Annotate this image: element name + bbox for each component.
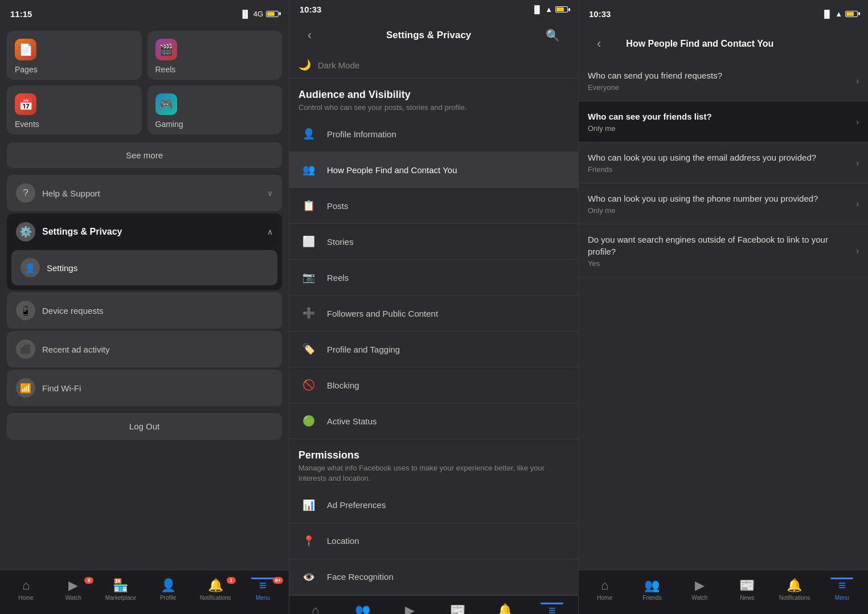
- events-label: Events: [15, 120, 39, 129]
- followers-icon: ➕: [298, 303, 319, 324]
- list-item-phone-lookup[interactable]: Who can look you up using the phone numb…: [579, 183, 868, 224]
- bottom-nav-1: ⌂ Home 9 ▶ Watch 🏪 Marketplace 👤 Profile…: [0, 570, 289, 614]
- grid-item-reels[interactable]: 🎬 Reels: [148, 31, 282, 80]
- notifications-label-1: Notifications: [200, 595, 231, 601]
- menu-item-stories[interactable]: ⬜ Stories: [289, 224, 578, 260]
- person-icon: 👤: [21, 258, 40, 277]
- reels-label: Reels: [155, 65, 176, 74]
- list-item-friend-requests[interactable]: Who can send you friend requests? Everyo…: [579, 60, 868, 101]
- back-button-3[interactable]: ‹: [588, 31, 610, 56]
- notifications-icon-2: 🔔: [497, 603, 513, 614]
- audience-title: Audience and Visibility: [298, 89, 569, 101]
- profile-info-label: Profile Information: [327, 129, 569, 139]
- search-button-2[interactable]: 🔍: [537, 23, 569, 47]
- list-item-friends-list[interactable]: Who can see your friends list? Only me ›: [579, 101, 868, 142]
- see-more-button[interactable]: See more: [7, 142, 282, 168]
- status-icons-3: ▐▌ ▲: [822, 10, 858, 18]
- settings-item[interactable]: 👤 Settings: [11, 250, 277, 285]
- nav-marketplace-1[interactable]: 🏪 Marketplace: [97, 578, 144, 601]
- nav-news-3[interactable]: 📰 News: [723, 578, 771, 601]
- list-item-search-engines[interactable]: Do you want search engines outside of Fa…: [579, 224, 868, 277]
- menu-label-1: Menu: [256, 595, 270, 601]
- nav-home-2[interactable]: ⌂ Home: [292, 603, 339, 614]
- nav-home-1[interactable]: ⌂ Home: [2, 578, 50, 601]
- menu-label-3: Menu: [835, 595, 849, 601]
- dark-mode-item[interactable]: 🌙 Dark Mode: [289, 52, 578, 79]
- nav-watch-2[interactable]: ▶ Watch: [386, 603, 433, 614]
- nav-friends-2[interactable]: 👥 Friends: [339, 603, 386, 614]
- menu-item-profile-tagging[interactable]: 🏷️ Profile and Tagging: [289, 331, 578, 367]
- nav-notifications-3[interactable]: 🔔 Notifications: [771, 578, 818, 601]
- menu-item-location[interactable]: 📍 Location: [289, 523, 578, 559]
- settings-label: Settings: [47, 263, 77, 273]
- menu-item-active-status[interactable]: 🟢 Active Status: [289, 403, 578, 439]
- nav-menu-3[interactable]: ≡ Menu: [818, 578, 866, 601]
- menu-item-ad-prefs[interactable]: 📊 Ad Preferences: [289, 488, 578, 523]
- notifications-label-3: Notifications: [779, 595, 810, 601]
- nav-watch-3[interactable]: ▶ Watch: [676, 578, 723, 601]
- settings-chevron-icon: ∧: [267, 227, 273, 236]
- friend-requests-chevron: ›: [856, 76, 859, 85]
- help-support-item[interactable]: ? Help & Support ∨: [7, 175, 282, 211]
- battery-icon-2: [555, 6, 568, 13]
- grid-item-pages[interactable]: 📄 Pages: [7, 31, 142, 80]
- panel-1: 11:15 ▐▌ 4G 📄 Pages 🎬 Reels 📅 Events 🎮: [0, 0, 289, 614]
- recent-ad-item[interactable]: ⬛ Recent ad activity: [7, 331, 282, 367]
- notifications-icon-3: 🔔: [787, 578, 802, 593]
- find-wifi-item[interactable]: 📶 Find Wi-Fi: [7, 370, 282, 406]
- status-bar-1: 11:15 ▐▌ 4G: [0, 0, 289, 25]
- nav-friends-3[interactable]: 👥 Friends: [628, 578, 675, 601]
- menu-item-blocking[interactable]: 🚫 Blocking: [289, 367, 578, 403]
- time-2: 10:33: [300, 5, 321, 14]
- menu-item-find-contact[interactable]: 👥 How People Find and Contact You: [289, 152, 578, 188]
- menu-item-face-recognition[interactable]: 👁️ Face Recognition: [289, 559, 578, 595]
- watch-icon-1: ▶: [68, 578, 78, 593]
- nav-news-2[interactable]: 📰 News: [434, 603, 481, 614]
- news-icon-3: 📰: [739, 578, 755, 593]
- back-button-2[interactable]: ‹: [298, 22, 321, 47]
- permissions-title: Permissions: [298, 449, 569, 461]
- signal-icon-1: ▐▌: [240, 10, 250, 18]
- grid-item-events[interactable]: 📅 Events: [7, 85, 142, 134]
- permissions-section-header: Permissions Manage what info Facebook us…: [289, 439, 578, 487]
- settings-privacy-section: ⚙️ Settings & Privacy ∧ 👤 Settings: [7, 214, 282, 290]
- nav-menu-1[interactable]: 9+ ≡ Menu: [239, 578, 286, 601]
- gaming-label: Gaming: [155, 120, 183, 129]
- menu-icon-2: ≡: [548, 603, 556, 614]
- nav-notifications-2[interactable]: 🔔 Notifications: [481, 603, 529, 614]
- friends-list-title: Who can see your friends list?: [588, 110, 850, 122]
- log-out-button[interactable]: Log Out: [7, 413, 282, 440]
- status-bar-2: 10:33 ▐▌ ▲: [289, 0, 578, 17]
- grid-item-gaming[interactable]: 🎮 Gaming: [148, 85, 282, 134]
- find-contact-icon: 👥: [298, 159, 319, 180]
- home-icon-3: ⌂: [601, 578, 608, 593]
- nav-profile-1[interactable]: 👤 Profile: [145, 578, 192, 601]
- list-item-email-lookup[interactable]: Who can look you up using the email addr…: [579, 142, 868, 183]
- menu-item-profile-info[interactable]: 👤 Profile Information: [289, 116, 578, 152]
- events-icon: 📅: [15, 93, 36, 115]
- profile-tagging-label: Profile and Tagging: [327, 345, 569, 354]
- nav-watch-1[interactable]: 9 ▶ Watch: [50, 578, 97, 601]
- active-status-icon: 🟢: [298, 411, 319, 431]
- status-icons-2: ▐▌ ▲: [532, 5, 568, 14]
- posts-icon: 📋: [298, 195, 319, 216]
- panel3-list: Who can send you friend requests? Everyo…: [579, 60, 868, 277]
- dark-mode-icon: 🌙: [298, 59, 311, 71]
- home-label-1: Home: [18, 595, 34, 601]
- menu-item-reels[interactable]: 📷 Reels: [289, 260, 578, 296]
- ad-prefs-icon: 📊: [298, 495, 319, 515]
- nav-home-3[interactable]: ⌂ Home: [581, 578, 628, 601]
- nav-notifications-1[interactable]: 1 🔔 Notifications: [192, 578, 239, 601]
- location-icon: 📍: [298, 531, 319, 551]
- wifi-signal-2: ▲: [545, 5, 552, 14]
- device-requests-item[interactable]: 📱 Device requests: [7, 292, 282, 329]
- news-icon-2: 📰: [450, 603, 465, 614]
- panel3-title: How People Find and Contact You: [617, 33, 859, 54]
- pages-icon: 📄: [15, 39, 36, 60]
- nav-menu-2[interactable]: ≡ Menu: [529, 603, 576, 614]
- menu-item-posts[interactable]: 📋 Posts: [289, 188, 578, 224]
- audience-section-header: Audience and Visibility Control who can …: [289, 79, 578, 116]
- settings-privacy-header[interactable]: ⚙️ Settings & Privacy ∧: [7, 214, 282, 250]
- panel2-title: Settings & Privacy: [377, 24, 480, 46]
- menu-item-followers[interactable]: ➕ Followers and Public Content: [289, 296, 578, 331]
